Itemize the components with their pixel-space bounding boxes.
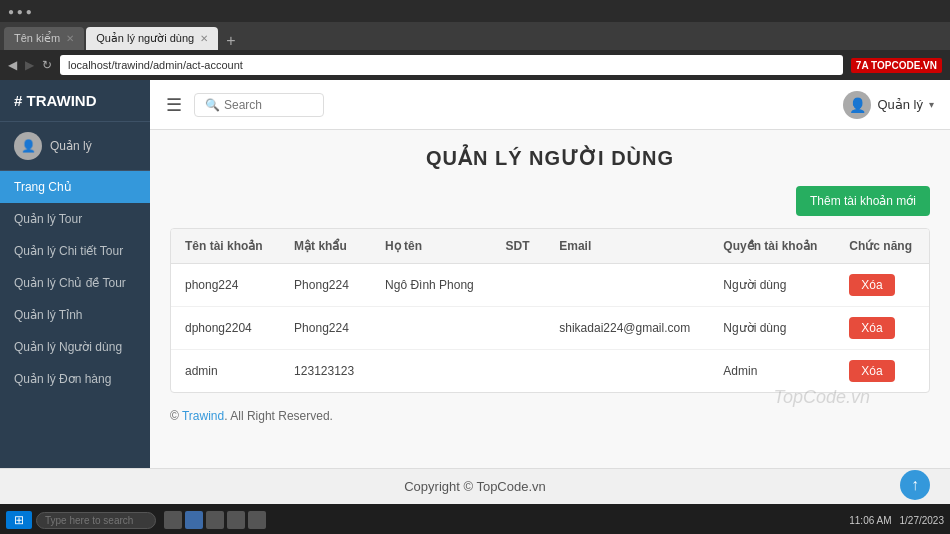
content-area: QUẢN LÝ NGƯỜI DÙNG Thêm tài khoản mới Tê…	[150, 130, 950, 468]
taskbar-icon-2[interactable]	[185, 511, 203, 529]
cell-email: shikadai224@gmail.com	[545, 307, 709, 350]
sidebar-item-tour[interactable]: Quản lý Tour	[0, 203, 150, 235]
cell-email	[545, 264, 709, 307]
topbar-right: 👤 Quản lý ▾	[843, 91, 934, 119]
taskbar-search-input[interactable]	[36, 512, 156, 529]
reload-icon[interactable]: ↻	[42, 58, 52, 72]
col-username: Tên tài khoản	[171, 229, 280, 264]
main-area: ☰ 🔍 👤 Quản lý ▾ QUẢN LÝ NGƯỜI DÙNG Thêm …	[150, 80, 950, 468]
sidebar: # TRAWIND 👤 Quản lý Trang Chủ Quản lý To…	[0, 80, 150, 468]
tab-inactive[interactable]: Tên kiểm ✕	[4, 27, 84, 50]
chevron-down-icon[interactable]: ▾	[929, 99, 934, 110]
cell-role: Người dùng	[709, 264, 835, 307]
col-password: Mật khẩu	[280, 229, 371, 264]
cell-action: Xóa	[835, 307, 929, 350]
cell-fullname	[371, 307, 492, 350]
add-account-button[interactable]: Thêm tài khoản mới	[796, 186, 930, 216]
sidebar-item-tinh[interactable]: Quản lý Tỉnh	[0, 299, 150, 331]
col-action: Chức năng	[835, 229, 929, 264]
col-email: Email	[545, 229, 709, 264]
search-input[interactable]	[224, 98, 313, 112]
delete-button[interactable]: Xóa	[849, 360, 894, 382]
back-icon[interactable]: ◀	[8, 58, 17, 72]
col-role: Quyền tài khoản	[709, 229, 835, 264]
tab-bar: Tên kiểm ✕ Quản lý người dùng ✕ +	[0, 22, 950, 50]
cell-fullname	[371, 350, 492, 393]
taskbar-icons	[164, 511, 266, 529]
cell-role: Admin	[709, 350, 835, 393]
search-icon: 🔍	[205, 98, 220, 112]
cell-username: dphong2204	[171, 307, 280, 350]
tab-close-icon[interactable]: ✕	[200, 33, 208, 44]
sidebar-username: Quản lý	[50, 139, 92, 153]
cell-email	[545, 350, 709, 393]
page-footer: Copyright © TopCode.vn ↑	[0, 468, 950, 504]
col-fullname: Họ tên	[371, 229, 492, 264]
sidebar-logo: # TRAWIND	[0, 80, 150, 122]
sidebar-item-don-hang[interactable]: Quản lý Đơn hàng	[0, 363, 150, 395]
content-footer: © Trawind. All Right Reserved.	[170, 409, 930, 423]
admin-avatar: 👤	[843, 91, 871, 119]
cell-password: Phong224	[280, 307, 371, 350]
footer-link[interactable]: Trawind	[182, 409, 224, 423]
sidebar-item-chitiet-tour[interactable]: Quản lý Chi tiết Tour	[0, 235, 150, 267]
tab-close-icon[interactable]: ✕	[66, 33, 74, 44]
cell-username: admin	[171, 350, 280, 393]
cell-phone	[492, 350, 546, 393]
topbar: ☰ 🔍 👤 Quản lý ▾	[150, 80, 950, 130]
table-row: admin 123123123 Admin Xóa	[171, 350, 929, 393]
sidebar-item-trang-chu[interactable]: Trang Chủ	[0, 171, 150, 203]
browser-top: ● ● ●	[0, 0, 950, 22]
tab-active[interactable]: Quản lý người dùng ✕	[86, 27, 218, 50]
taskbar-right: 11:06 AM 1/27/2023	[849, 515, 944, 526]
add-button-row: Thêm tài khoản mới	[170, 186, 930, 216]
taskbar-icon-3[interactable]	[206, 511, 224, 529]
table-row: phong224 Phong224 Ngô Đình Phong Người d…	[171, 264, 929, 307]
table-container: Tên tài khoản Mật khẩu Họ tên SDT	[170, 228, 930, 393]
delete-button[interactable]: Xóa	[849, 274, 894, 296]
sidebar-item-chude-tour[interactable]: Quản lý Chủ đề Tour	[0, 267, 150, 299]
scroll-top-button[interactable]: ↑	[900, 470, 930, 500]
cell-phone	[492, 264, 546, 307]
cell-phone	[492, 307, 546, 350]
taskbar-icon-4[interactable]	[227, 511, 245, 529]
taskbar-icon-5[interactable]	[248, 511, 266, 529]
table-row: dphong2204 Phong224 shikadai224@gmail.co…	[171, 307, 929, 350]
cell-action: Xóa	[835, 350, 929, 393]
address-bar: ◀ ▶ ↻ localhost/trawind/admin/act-accoun…	[0, 50, 950, 80]
taskbar-icon-1[interactable]	[164, 511, 182, 529]
new-tab-button[interactable]: +	[220, 32, 241, 50]
address-input[interactable]: localhost/trawind/admin/act-account	[60, 55, 843, 75]
cell-role: Người dùng	[709, 307, 835, 350]
col-phone: SDT	[492, 229, 546, 264]
sidebar-nav: Trang Chủ Quản lý Tour Quản lý Chi tiết …	[0, 171, 150, 395]
taskbar: ⊞ 11:06 AM 1/27/2023	[0, 504, 950, 534]
topcode-logo: 7A TOPCODE.VN	[851, 58, 942, 73]
taskbar-time: 11:06 AM	[849, 515, 891, 526]
users-table: Tên tài khoản Mật khẩu Họ tên SDT	[171, 229, 929, 392]
avatar: 👤	[14, 132, 42, 160]
forward-icon[interactable]: ▶	[25, 58, 34, 72]
table-header-row: Tên tài khoản Mật khẩu Họ tên SDT	[171, 229, 929, 264]
admin-name: Quản lý	[877, 97, 923, 112]
start-button[interactable]: ⊞	[6, 511, 32, 529]
cell-fullname: Ngô Đình Phong	[371, 264, 492, 307]
hamburger-icon[interactable]: ☰	[166, 94, 182, 116]
cell-password: Phong224	[280, 264, 371, 307]
sidebar-user: 👤 Quản lý	[0, 122, 150, 171]
sidebar-item-nguoi-dung[interactable]: Quản lý Người dùng	[0, 331, 150, 363]
cell-action: Xóa	[835, 264, 929, 307]
search-box[interactable]: 🔍	[194, 93, 324, 117]
page-title: QUẢN LÝ NGƯỜI DÙNG	[170, 146, 930, 170]
delete-button[interactable]: Xóa	[849, 317, 894, 339]
cell-password: 123123123	[280, 350, 371, 393]
cell-username: phong224	[171, 264, 280, 307]
taskbar-date: 1/27/2023	[900, 515, 945, 526]
